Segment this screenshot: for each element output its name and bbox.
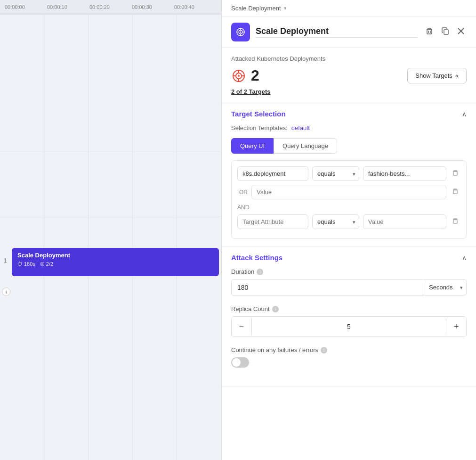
filter1-or-value-input[interactable]	[251, 185, 446, 199]
replica-count-group: Replica Count i − 5 +	[231, 305, 467, 337]
targets-of-text: of 2 Targets	[234, 88, 270, 95]
targets-count-row: 2 Show Targets «	[231, 67, 467, 84]
clock-icon: ⏱	[17, 261, 23, 267]
selection-templates-label: Selection Templates:	[231, 124, 288, 131]
add-row-button[interactable]: +	[2, 288, 10, 296]
filter-or-label: OR	[239, 189, 248, 196]
block-targets: ◎ 2/2	[40, 261, 53, 267]
attack-settings-chevron-icon: ∧	[462, 254, 467, 262]
timeline-area: 00:00:00 00:00:10 00:00:20 00:00:30 00:0…	[0, 0, 221, 460]
svg-rect-20	[453, 172, 457, 175]
replica-count-label: Replica Count i	[231, 305, 467, 312]
attack-settings-section: Attack Settings ∧ Duration i Seconds Min…	[222, 247, 476, 387]
svg-rect-7	[427, 29, 432, 34]
duration-label: Duration i	[231, 268, 467, 275]
panel-title-input[interactable]	[256, 26, 418, 38]
block-title: Scale Deployment	[17, 252, 213, 259]
targets-of-label: 2 of 2 Targets	[231, 88, 467, 95]
panel-title-row	[222, 17, 476, 48]
duration-group: Duration i Seconds Minutes Hours	[231, 268, 467, 296]
toggle-knob	[232, 358, 241, 367]
target-selection-body: Selection Templates: default Query UI Qu…	[222, 124, 476, 246]
tick-1: 00:00:10	[47, 4, 89, 10]
targets-label: Attacked Kubernetes Deployments	[231, 55, 467, 62]
breadcrumb-chevron-icon: ▾	[284, 5, 287, 11]
block-duration: ⏱ 180s	[17, 261, 35, 267]
timeline-grid	[0, 14, 221, 460]
crosshair-icon	[231, 68, 246, 83]
close-button[interactable]	[455, 25, 467, 39]
replica-decrement-button[interactable]: −	[232, 317, 251, 337]
duration-input[interactable]	[231, 279, 423, 296]
targets-section: Attacked Kubernetes Deployments 2 Show T…	[222, 48, 476, 103]
right-panel: Scale Deployment ▾	[221, 0, 476, 460]
row-line-3	[0, 14, 221, 15]
filter2-value-input[interactable]	[363, 214, 446, 229]
filter1-operator-select[interactable]: equals not equals contains	[312, 166, 359, 181]
filter1-attribute-input[interactable]	[237, 166, 308, 181]
grid-col-2	[89, 14, 133, 460]
grid-col-1	[44, 14, 89, 460]
targets-count-left: 2	[231, 67, 259, 84]
selection-templates-value[interactable]: default	[291, 124, 310, 131]
continue-failures-label: Continue on any failures / errors i	[231, 346, 467, 353]
continue-failures-toggle[interactable]	[231, 357, 249, 368]
tick-3: 00:00:30	[132, 4, 174, 10]
target-selection-section: Target Selection ∧ Selection Templates: …	[222, 103, 476, 247]
svg-rect-22	[453, 220, 457, 223]
attack-settings-header[interactable]: Attack Settings ∧	[222, 247, 476, 268]
row-line-2	[0, 217, 221, 217]
duration-info-icon[interactable]: i	[257, 269, 263, 275]
filter2-delete-button[interactable]	[450, 217, 460, 227]
selection-templates-row: Selection Templates: default	[231, 124, 467, 131]
breadcrumb: Scale Deployment ▾	[222, 0, 476, 17]
row-line-1	[0, 151, 221, 151]
scale-deployment-block[interactable]: Scale Deployment ⏱ 180s ◎ 2/2	[12, 248, 219, 276]
show-targets-button[interactable]: Show Targets «	[407, 68, 467, 83]
toggle-row	[231, 357, 467, 368]
panel-actions	[423, 25, 467, 39]
timeline-rows: 1 Scale Deployment ⏱ 180s ◎ 2/2 +	[0, 14, 221, 460]
filter1-delete-button[interactable]	[450, 169, 460, 179]
grid-col-3	[133, 14, 177, 460]
tab-query-ui[interactable]: Query UI	[231, 138, 274, 154]
target-selection-chevron-icon: ∧	[462, 110, 467, 118]
replica-increment-button[interactable]: +	[446, 317, 466, 337]
svg-rect-21	[453, 190, 457, 194]
svg-rect-10	[444, 30, 448, 34]
filter-container: equals not equals contains	[231, 160, 467, 239]
grid-col-0	[0, 14, 44, 460]
filter2-operator-wrapper: equals not equals contains	[312, 214, 359, 229]
continue-failures-group: Continue on any failures / errors i	[231, 346, 467, 368]
block-meta: ⏱ 180s ◎ 2/2	[17, 261, 213, 267]
filter1-value-input[interactable]	[363, 166, 446, 181]
replica-count-info-icon[interactable]: i	[272, 306, 279, 312]
filter-and-label: AND	[237, 204, 460, 211]
replica-count-row: − 5 +	[231, 316, 467, 337]
target-selection-header[interactable]: Target Selection ∧	[222, 103, 476, 124]
query-tabs: Query UI Query Language	[231, 138, 467, 154]
filter-row-1: equals not equals contains	[237, 166, 460, 181]
duration-unit-select[interactable]: Seconds Minutes Hours	[423, 279, 467, 296]
attack-settings-body: Duration i Seconds Minutes Hours	[222, 268, 476, 386]
row-number: 1	[4, 257, 7, 264]
target-icon: ◎	[40, 261, 45, 267]
filter-or-delete-button[interactable]	[450, 187, 460, 197]
tab-query-language[interactable]: Query Language	[274, 138, 337, 154]
svg-point-15	[238, 75, 240, 77]
grid-col-4	[177, 14, 221, 460]
filter2-attribute-input[interactable]	[237, 214, 308, 229]
continue-failures-info-icon[interactable]: i	[321, 347, 327, 353]
timeline-header: 00:00:00 00:00:10 00:00:20 00:00:30 00:0…	[0, 0, 221, 14]
target-selection-title: Target Selection	[231, 110, 286, 118]
filter2-operator-select[interactable]: equals not equals contains	[312, 214, 359, 229]
delete-button[interactable]	[423, 25, 436, 39]
svg-point-2	[240, 32, 242, 33]
filter-or-row: OR	[237, 185, 460, 199]
tick-2: 00:00:20	[89, 4, 132, 10]
tick-4: 00:00:40	[174, 4, 217, 10]
filter-row-2: equals not equals contains	[237, 214, 460, 229]
attack-settings-title: Attack Settings	[231, 254, 282, 262]
breadcrumb-text: Scale Deployment	[231, 5, 281, 12]
copy-button[interactable]	[439, 25, 452, 39]
